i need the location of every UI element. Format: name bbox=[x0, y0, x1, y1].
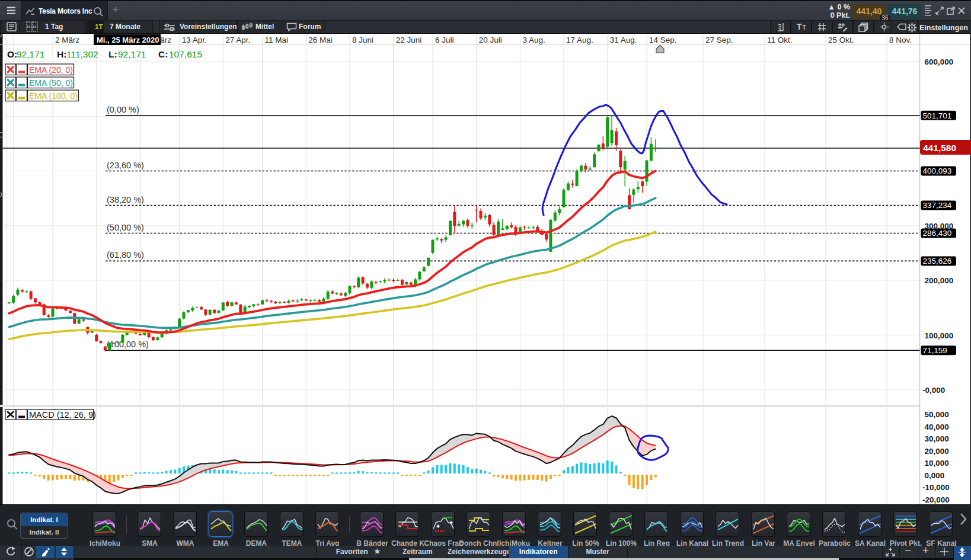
svg-text:40,000: 40,000 bbox=[925, 423, 949, 431]
svg-text:-10,000: -10,000 bbox=[922, 483, 950, 492]
svg-text:441,580: 441,580 bbox=[923, 143, 956, 153]
svg-text:-0,000: -0,000 bbox=[922, 386, 945, 395]
svg-text:MACD (12, 26, 9): MACD (12, 26, 9) bbox=[29, 410, 96, 420]
svg-text:235,626: 235,626 bbox=[923, 257, 952, 265]
svg-text:11 Okt.: 11 Okt. bbox=[767, 36, 793, 44]
svg-text:92,171: 92,171 bbox=[17, 49, 44, 59]
svg-text:11 Mai: 11 Mai bbox=[265, 36, 289, 44]
svg-text:b: b bbox=[0, 190, 2, 199]
svg-text:501,701: 501,701 bbox=[923, 111, 952, 120]
svg-text:(23,60 %): (23,60 %) bbox=[107, 161, 144, 170]
svg-text:20 Juli: 20 Juli bbox=[479, 36, 502, 44]
svg-text:T: T bbox=[803, 24, 806, 31]
svg-text:O:: O: bbox=[7, 49, 17, 59]
svg-text:(: ( bbox=[0, 69, 1, 78]
svg-text:22 Juni: 22 Juni bbox=[396, 36, 422, 44]
svg-text:(50,00 %): (50,00 %) bbox=[107, 223, 144, 232]
svg-text:(100,00 %): (100,00 %) bbox=[107, 340, 149, 349]
svg-text:EMA (20, 0): EMA (20, 0) bbox=[29, 65, 73, 75]
svg-text:286,430: 286,430 bbox=[923, 229, 952, 238]
svg-text:10,000: 10,000 bbox=[925, 459, 949, 468]
svg-text:2 März: 2 März bbox=[55, 36, 80, 44]
svg-text:Mi., 25 März 2020: Mi., 25 März 2020 bbox=[97, 36, 159, 44]
svg-text:3 Aug.: 3 Aug. bbox=[522, 36, 545, 44]
svg-text:17 Aug.: 17 Aug. bbox=[566, 36, 593, 44]
svg-text:0,000: 0,000 bbox=[925, 471, 945, 480]
svg-text:107,615: 107,615 bbox=[169, 49, 202, 59]
svg-text:L:: L: bbox=[108, 49, 117, 59]
svg-text:EMA (50, 0): EMA (50, 0) bbox=[29, 78, 73, 88]
svg-text:T: T bbox=[797, 22, 802, 31]
svg-text:26 Mai: 26 Mai bbox=[308, 36, 333, 44]
svg-text:C:: C: bbox=[158, 49, 168, 59]
svg-text:8 Nov.: 8 Nov. bbox=[889, 36, 912, 44]
svg-text:(38,20 %): (38,20 %) bbox=[107, 195, 144, 204]
svg-text:50,000: 50,000 bbox=[925, 410, 949, 419]
svg-text:400,093: 400,093 bbox=[923, 167, 952, 175]
svg-text:27 Sep.: 27 Sep. bbox=[705, 36, 733, 44]
svg-text:(0,00 %): (0,00 %) bbox=[107, 105, 139, 114]
svg-text:25 Okt.: 25 Okt. bbox=[828, 36, 854, 44]
svg-text:6 Juli: 6 Juli bbox=[435, 36, 454, 44]
svg-text:100,000: 100,000 bbox=[925, 331, 954, 340]
svg-text:27 Apr.: 27 Apr. bbox=[225, 36, 250, 44]
svg-text:71,159: 71,159 bbox=[923, 346, 947, 355]
svg-text:200,000: 200,000 bbox=[925, 276, 954, 285]
svg-text:(: ( bbox=[0, 93, 1, 101]
svg-text:111,302: 111,302 bbox=[66, 49, 98, 59]
svg-text:(61,80 %): (61,80 %) bbox=[107, 250, 144, 260]
svg-text:337,234: 337,234 bbox=[923, 201, 952, 210]
svg-text:13 Apr.: 13 Apr. bbox=[182, 36, 207, 44]
svg-text:600,000: 600,000 bbox=[925, 57, 954, 66]
svg-text:14 Sep.: 14 Sep. bbox=[649, 36, 677, 44]
svg-text:30,000: 30,000 bbox=[925, 434, 949, 443]
svg-text:8 Juni: 8 Juni bbox=[352, 36, 373, 44]
svg-text:H:: H: bbox=[57, 49, 66, 59]
svg-text:EMA (100, 0): EMA (100, 0) bbox=[29, 91, 78, 101]
svg-text:31 Aug.: 31 Aug. bbox=[610, 36, 637, 44]
svg-text:-20,000: -20,000 bbox=[922, 495, 950, 504]
svg-text:92,171: 92,171 bbox=[118, 49, 146, 59]
svg-text:20,000: 20,000 bbox=[925, 447, 949, 456]
